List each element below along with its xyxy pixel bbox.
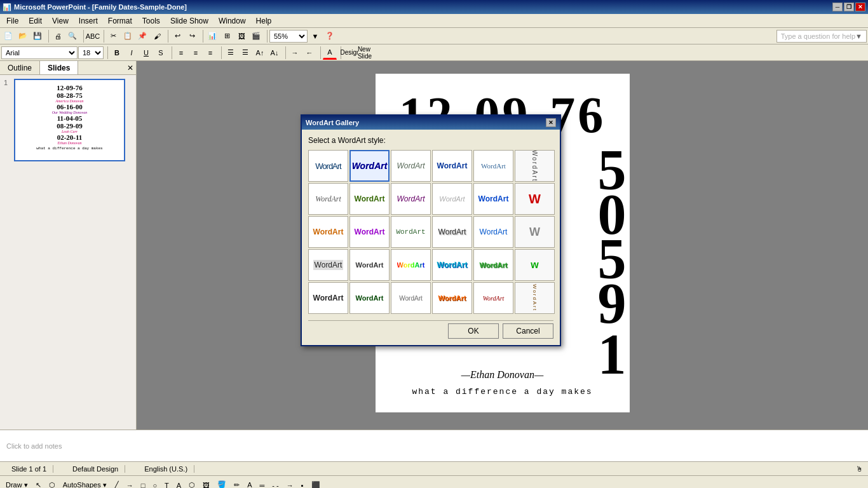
wordart-style-25[interactable]: WordArt <box>308 282 348 314</box>
print-button[interactable]: 🖨 <box>51 29 65 43</box>
font-size-down[interactable]: A↓ <box>268 46 281 60</box>
rect-tool[interactable]: □ <box>138 478 149 489</box>
menu-window[interactable]: Window <box>214 14 251 27</box>
wordart-style-15[interactable]: WordArt <box>391 216 431 248</box>
wordart-style-13[interactable]: WordArt <box>308 216 348 248</box>
ok-button[interactable]: OK <box>448 323 499 339</box>
increase-indent[interactable]: → <box>288 46 302 60</box>
new-slide-btn[interactable]: New Slide <box>358 46 372 60</box>
dash-style-btn[interactable]: - - <box>269 478 281 489</box>
insert-clip[interactable]: 🎬 <box>249 29 263 43</box>
wordart-style-2[interactable]: WordArt <box>349 150 390 182</box>
wordart-style-12[interactable]: W <box>515 183 555 215</box>
wordart-style-11[interactable]: WordArt <box>473 183 513 215</box>
line-style-btn[interactable]: ═ <box>256 478 268 489</box>
zoom-select[interactable]: 55% 100% <box>269 30 308 43</box>
insert-picture[interactable]: 🖼 <box>234 29 248 43</box>
freeform-button[interactable]: ⬡ <box>46 478 58 489</box>
wordart-style-1[interactable]: WordArt <box>308 150 348 182</box>
underline-button[interactable]: U <box>139 46 153 60</box>
autoshapes-button[interactable]: AutoShapes ▾ <box>60 478 110 489</box>
wordart-style-5[interactable]: WordArt <box>473 150 513 182</box>
font-select[interactable]: Arial <box>1 46 78 59</box>
save-button[interactable]: 💾 <box>31 29 44 43</box>
menu-edit[interactable]: Edit <box>24 14 47 27</box>
3d-style-btn[interactable]: ⬛ <box>308 478 323 489</box>
slide-thumbnail-1[interactable]: 12-09-76 08-28-75 America Donovan 06-16-… <box>14 79 125 161</box>
cut-button[interactable]: ✂ <box>106 29 120 43</box>
menu-help[interactable]: Help <box>251 14 277 27</box>
help-search-box[interactable]: Type a question for help ▼ <box>776 30 867 43</box>
wordart-style-28[interactable]: WordArt <box>432 282 472 314</box>
insert-clip-art[interactable]: 🖼 <box>200 478 213 489</box>
design-btn[interactable]: Design <box>343 46 357 60</box>
num-list[interactable]: ☰ <box>238 46 252 60</box>
wordart-style-30[interactable]: WordArt <box>515 282 555 314</box>
cancel-button[interactable]: Cancel <box>503 323 553 339</box>
spell-button[interactable]: ABC <box>86 29 100 43</box>
undo-button[interactable]: ↩ <box>170 29 184 43</box>
fill-color-btn[interactable]: 🪣 <box>214 478 229 489</box>
align-center[interactable]: ≡ <box>189 46 203 60</box>
open-button[interactable]: 📂 <box>16 29 30 43</box>
tab-slides[interactable]: Slides <box>40 61 78 74</box>
menu-file[interactable]: File <box>1 14 24 27</box>
copy-button[interactable]: 📋 <box>121 29 135 43</box>
menu-slideshow[interactable]: Slide Show <box>165 14 214 27</box>
textbox-tool[interactable]: T <box>161 478 172 489</box>
line-color-btn[interactable]: ✏ <box>231 478 243 489</box>
align-right[interactable]: ≡ <box>203 46 217 60</box>
line-tool[interactable]: ╱ <box>111 478 122 489</box>
font-size-up[interactable]: A↑ <box>253 46 267 60</box>
wordart-style-29[interactable]: WordArt <box>473 282 513 314</box>
tab-outline[interactable]: Outline <box>0 61 40 74</box>
bold-button[interactable]: B <box>110 46 124 60</box>
arrow-tool[interactable]: → <box>123 478 137 489</box>
close-button[interactable]: ✕ <box>855 3 865 11</box>
font-size-select[interactable]: 18 <box>78 46 104 59</box>
select-button[interactable]: ↖ <box>32 478 44 489</box>
wordart-style-16[interactable]: WordArt <box>432 216 472 248</box>
wordart-style-6[interactable]: WordArt <box>515 150 555 182</box>
italic-button[interactable]: I <box>125 46 139 60</box>
menu-tools[interactable]: Tools <box>137 14 165 27</box>
wordart-style-20[interactable]: WordArt <box>349 249 390 281</box>
format-painter[interactable]: 🖌 <box>150 29 164 43</box>
wordart-style-27[interactable]: WordArt <box>391 282 431 314</box>
wordart-style-18[interactable]: W <box>515 216 555 248</box>
draw-menu-button[interactable]: Draw ▾ <box>3 478 31 489</box>
wordart-style-24[interactable]: w <box>515 249 555 281</box>
dialog-close-button[interactable]: ✕ <box>546 118 556 127</box>
wordart-style-10[interactable]: WordArt <box>432 183 472 215</box>
paste-button[interactable]: 📌 <box>135 29 149 43</box>
arrow-style-btn[interactable]: → <box>283 478 297 489</box>
wordart-style-17[interactable]: WordArt <box>473 216 513 248</box>
shadow-style-btn[interactable]: ▪ <box>298 478 307 489</box>
ellipse-tool[interactable]: ○ <box>149 478 160 489</box>
wordart-style-14[interactable]: WordArt <box>349 216 390 248</box>
align-left[interactable]: ≡ <box>174 46 188 60</box>
wordart-style-8[interactable]: WordArt <box>349 183 390 215</box>
help-btn[interactable]: ❓ <box>323 29 337 43</box>
font-color[interactable]: A <box>323 46 337 60</box>
wordart-style-22[interactable]: WordArt <box>432 249 472 281</box>
notes-area[interactable]: Click to add notes <box>0 430 868 461</box>
zoom-btn[interactable]: ▼ <box>308 29 322 43</box>
menu-format[interactable]: Format <box>103 14 137 27</box>
insert-chart[interactable]: 📊 <box>205 29 219 43</box>
font-color-btn2[interactable]: A <box>244 478 255 489</box>
diagram-tool[interactable]: ⬡ <box>186 478 198 489</box>
wordart-style-4[interactable]: WordArt <box>432 150 472 182</box>
wordart-style-9[interactable]: WordArt <box>391 183 431 215</box>
sidebar-close-button[interactable]: ✕ <box>125 61 136 74</box>
wordart-style-3[interactable]: WordArt <box>391 150 431 182</box>
wordart-style-19[interactable]: WordArt <box>308 249 348 281</box>
wordart-tool[interactable]: A <box>173 478 184 489</box>
help-dropdown-icon[interactable]: ▼ <box>855 32 862 40</box>
decrease-indent[interactable]: ← <box>302 46 316 60</box>
wordart-style-21[interactable]: WordArt <box>391 249 431 281</box>
preview-button[interactable]: 🔍 <box>65 29 79 43</box>
new-button[interactable]: 📄 <box>1 29 15 43</box>
redo-button[interactable]: ↪ <box>185 29 199 43</box>
shadow-button[interactable]: S <box>154 46 168 60</box>
